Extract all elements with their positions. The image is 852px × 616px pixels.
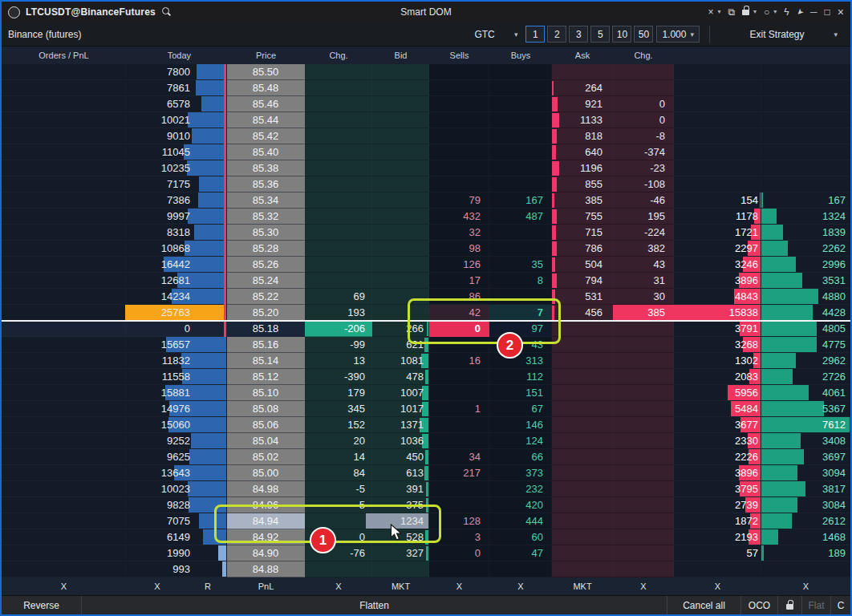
ask-change-cell[interactable]: -23 (613, 160, 674, 176)
ask-change-cell[interactable]: -108 (613, 176, 674, 192)
orders-cell[interactable] (2, 209, 126, 225)
today-volume-cell[interactable]: 25763 (126, 305, 227, 321)
volume-sell-cell[interactable] (674, 561, 761, 578)
volume-buy-cell[interactable]: 2612 (761, 513, 850, 529)
ask-change-cell[interactable]: 0 (613, 96, 674, 112)
sells-cell[interactable] (429, 144, 489, 160)
bid-cell[interactable] (372, 257, 429, 273)
orders-cell[interactable] (2, 80, 126, 96)
buys-cell[interactable]: 313 (489, 353, 552, 369)
volume-sell-cell[interactable]: 3896 (674, 273, 761, 289)
orders-cell[interactable] (2, 369, 126, 385)
ask-change-cell[interactable] (613, 64, 674, 80)
bid-change-cell[interactable]: 152 (305, 417, 372, 433)
ask-change-cell[interactable] (613, 321, 674, 337)
ask-cell[interactable] (552, 385, 613, 401)
bid-change-cell[interactable] (305, 144, 372, 160)
orders-cell[interactable] (2, 144, 126, 160)
ask-change-cell[interactable] (613, 80, 674, 96)
pin-icon[interactable]: ➤ (793, 6, 806, 18)
price-cell[interactable]: 85.18 (227, 321, 305, 337)
volume-buy-cell[interactable]: 4880 (761, 289, 850, 305)
price-cell[interactable]: 84.90 (227, 545, 305, 561)
volume-buy-cell[interactable]: 1839 (761, 225, 850, 241)
bid-change-cell[interactable] (305, 225, 372, 241)
bid-cell[interactable] (372, 176, 429, 192)
bid-cell[interactable] (372, 209, 429, 225)
ask-cell[interactable] (552, 353, 613, 369)
price-cell[interactable]: 85.50 (227, 64, 305, 80)
volume-sell-cell[interactable]: 154 (674, 192, 761, 209)
bid-cell[interactable]: 1371 (372, 417, 429, 433)
today-volume-cell[interactable]: 14234 (126, 289, 227, 305)
volume-sell-cell[interactable] (674, 64, 761, 80)
orders-cell[interactable] (2, 465, 126, 481)
minimize-icon[interactable]: ─ (810, 6, 818, 18)
orders-cell[interactable] (2, 257, 126, 273)
ask-cell[interactable]: 640 (552, 144, 613, 160)
bid-change-cell[interactable]: 69 (305, 289, 372, 305)
ask-cell[interactable]: 1196 (552, 160, 613, 176)
price-cell[interactable]: 84.98 (227, 481, 305, 497)
dom-row[interactable]: 1506085.06152137114636777612 (2, 417, 850, 433)
column-action-x[interactable]: X (126, 582, 189, 591)
price-cell[interactable]: 85.16 (227, 337, 305, 353)
price-cell[interactable]: 85.02 (227, 449, 305, 465)
price-cell[interactable]: 85.22 (227, 289, 305, 305)
orders-cell[interactable] (2, 433, 126, 449)
sells-cell[interactable] (429, 176, 489, 192)
tif-select[interactable]: GTC ▾ (469, 26, 522, 43)
ask-change-cell[interactable]: 382 (613, 241, 674, 257)
maximize-icon[interactable]: □ (825, 6, 830, 18)
volume-sell-cell[interactable]: 1178 (674, 209, 761, 225)
dom-row[interactable]: 1644285.26126355044332462996 (2, 257, 850, 273)
buys-cell[interactable] (489, 561, 552, 578)
volume-buy-cell[interactable] (761, 80, 850, 96)
dom-row[interactable]: 1002384.98-539123237953817 (2, 481, 850, 497)
sells-cell[interactable]: 126 (429, 257, 489, 273)
sells-cell[interactable]: 34 (429, 449, 489, 465)
dom-row[interactable]: 1023585.381196-23 (2, 160, 850, 176)
ask-cell[interactable] (552, 561, 613, 578)
chevron-down-icon[interactable]: ▾ (717, 6, 720, 18)
dom-row[interactable]: 925285.0420103612423303408 (2, 433, 850, 449)
column-action-x[interactable]: X (674, 582, 761, 591)
bid-cell[interactable]: 1007 (372, 385, 429, 401)
bid-cell[interactable]: 391 (372, 481, 429, 497)
ask-cell[interactable]: 855 (552, 176, 613, 192)
volume-buy-cell[interactable]: 2262 (761, 241, 850, 257)
volume-sell-cell[interactable]: 3896 (674, 465, 761, 481)
volume-buy-cell[interactable] (761, 64, 850, 80)
bid-cell[interactable] (372, 64, 429, 80)
dom-row[interactable]: 1588185.10179100715159564061 (2, 385, 850, 401)
orders-cell[interactable] (2, 96, 126, 112)
bid-change-cell[interactable]: 193 (305, 305, 372, 321)
volume-sell-cell[interactable]: 15838 (674, 305, 761, 321)
orders-cell[interactable] (2, 561, 126, 578)
orders-cell[interactable] (2, 176, 126, 192)
volume-sell-cell[interactable] (674, 96, 761, 112)
volume-buy-cell[interactable]: 3408 (761, 433, 850, 449)
duplicate-window-icon[interactable]: ⧉ (728, 6, 735, 18)
ask-cell[interactable] (552, 433, 613, 449)
dom-row[interactable]: 831885.3032715-22417211839 (2, 225, 850, 241)
price-cell[interactable]: 85.26 (227, 257, 305, 273)
bid-change-cell[interactable]: -206 (305, 321, 372, 337)
dom-row[interactable]: 1086885.289878638222972262 (2, 241, 850, 257)
ask-change-cell[interactable] (613, 513, 674, 529)
price-cell[interactable]: 85.08 (227, 401, 305, 417)
column-action-x[interactable]: X (429, 582, 489, 591)
volume-buy-cell[interactable] (761, 176, 850, 192)
buys-cell[interactable] (489, 176, 552, 192)
volume-sell-cell[interactable] (674, 160, 761, 176)
sells-cell[interactable]: 79 (429, 192, 489, 209)
lock-button[interactable] (778, 596, 802, 614)
volume-sell-cell[interactable] (674, 176, 761, 192)
price-cell[interactable]: 85.00 (227, 465, 305, 481)
orders-cell[interactable] (2, 337, 126, 353)
ask-cell[interactable] (552, 64, 613, 80)
price-cell[interactable]: 85.10 (227, 385, 305, 401)
dom-row[interactable]: 199084.90-7632704757189 (2, 545, 850, 561)
volume-buy-cell[interactable]: 189 (761, 545, 850, 561)
price-cell[interactable]: 85.48 (227, 80, 305, 96)
